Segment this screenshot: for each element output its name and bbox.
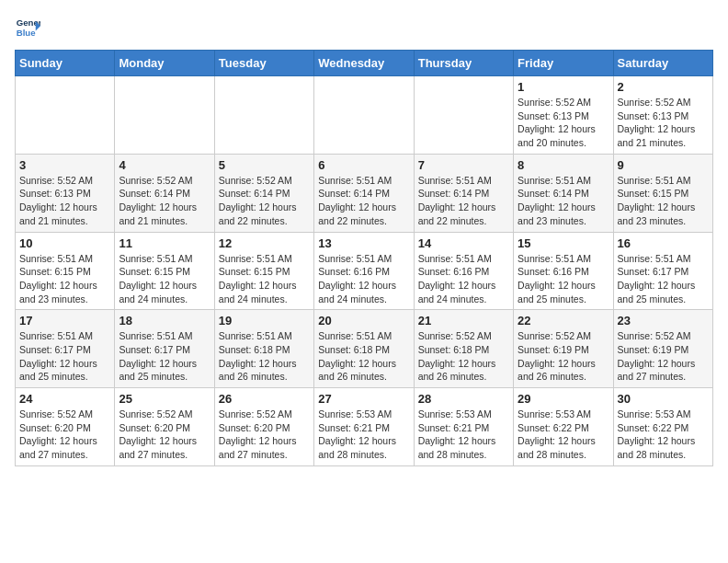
day-info: Sunrise: 5:51 AMSunset: 6:18 PMDaylight:… xyxy=(318,329,409,384)
day-number: 3 xyxy=(19,158,110,172)
calendar-cell: 4Sunrise: 5:52 AMSunset: 6:14 PMDaylight… xyxy=(115,154,214,232)
calendar-cell: 20Sunrise: 5:51 AMSunset: 6:18 PMDayligh… xyxy=(314,310,414,388)
calendar-week-4: 17Sunrise: 5:51 AMSunset: 6:17 PMDayligh… xyxy=(16,310,713,388)
calendar-cell: 27Sunrise: 5:53 AMSunset: 6:21 PMDayligh… xyxy=(314,388,414,466)
day-number: 2 xyxy=(618,80,709,94)
day-info: Sunrise: 5:51 AMSunset: 6:15 PMDaylight:… xyxy=(19,252,110,306)
weekday-header-sunday: Sunday xyxy=(16,51,115,76)
weekday-header-friday: Friday xyxy=(514,51,613,76)
day-info: Sunrise: 5:52 AMSunset: 6:20 PMDaylight:… xyxy=(119,408,210,462)
calendar-cell: 24Sunrise: 5:52 AMSunset: 6:20 PMDayligh… xyxy=(16,388,115,466)
day-info: Sunrise: 5:51 AMSunset: 6:14 PMDaylight:… xyxy=(318,174,409,228)
day-number: 11 xyxy=(119,236,210,250)
day-info: Sunrise: 5:53 AMSunset: 6:21 PMDaylight:… xyxy=(318,408,409,462)
calendar-cell xyxy=(115,76,214,155)
day-number: 1 xyxy=(518,80,609,94)
calendar-cell xyxy=(214,76,313,155)
day-number: 25 xyxy=(119,392,210,406)
day-info: Sunrise: 5:51 AMSunset: 6:16 PMDaylight:… xyxy=(518,252,609,306)
day-number: 8 xyxy=(518,158,609,172)
day-number: 16 xyxy=(618,236,709,250)
day-number: 26 xyxy=(219,392,310,406)
day-info: Sunrise: 5:51 AMSunset: 6:17 PMDaylight:… xyxy=(119,329,210,384)
calendar-cell: 13Sunrise: 5:51 AMSunset: 6:16 PMDayligh… xyxy=(314,232,414,310)
calendar-cell: 8Sunrise: 5:51 AMSunset: 6:14 PMDaylight… xyxy=(514,154,613,232)
day-info: Sunrise: 5:52 AMSunset: 6:20 PMDaylight:… xyxy=(19,408,110,462)
calendar-cell: 19Sunrise: 5:51 AMSunset: 6:18 PMDayligh… xyxy=(214,310,313,388)
day-info: Sunrise: 5:52 AMSunset: 6:18 PMDaylight:… xyxy=(418,329,509,384)
calendar-cell: 11Sunrise: 5:51 AMSunset: 6:15 PMDayligh… xyxy=(115,232,214,310)
day-number: 9 xyxy=(618,158,709,172)
calendar-cell: 18Sunrise: 5:51 AMSunset: 6:17 PMDayligh… xyxy=(115,310,214,388)
day-info: Sunrise: 5:51 AMSunset: 6:16 PMDaylight:… xyxy=(318,252,409,306)
calendar-cell: 9Sunrise: 5:51 AMSunset: 6:15 PMDaylight… xyxy=(613,154,712,232)
day-info: Sunrise: 5:51 AMSunset: 6:17 PMDaylight:… xyxy=(618,252,709,306)
logo-icon: General Blue xyxy=(15,15,40,40)
calendar-cell: 14Sunrise: 5:51 AMSunset: 6:16 PMDayligh… xyxy=(414,232,513,310)
day-info: Sunrise: 5:51 AMSunset: 6:15 PMDaylight:… xyxy=(219,252,310,306)
day-info: Sunrise: 5:53 AMSunset: 6:22 PMDaylight:… xyxy=(618,408,709,462)
header: General Blue xyxy=(15,15,713,40)
calendar-cell: 29Sunrise: 5:53 AMSunset: 6:22 PMDayligh… xyxy=(514,388,613,466)
calendar-cell: 26Sunrise: 5:52 AMSunset: 6:20 PMDayligh… xyxy=(214,388,313,466)
svg-text:Blue: Blue xyxy=(17,28,36,38)
calendar-cell: 28Sunrise: 5:53 AMSunset: 6:21 PMDayligh… xyxy=(414,388,513,466)
calendar-cell: 5Sunrise: 5:52 AMSunset: 6:14 PMDaylight… xyxy=(214,154,313,232)
day-info: Sunrise: 5:51 AMSunset: 6:14 PMDaylight:… xyxy=(518,174,609,228)
calendar-cell: 23Sunrise: 5:52 AMSunset: 6:19 PMDayligh… xyxy=(613,310,712,388)
day-number: 14 xyxy=(418,236,509,250)
day-info: Sunrise: 5:52 AMSunset: 6:13 PMDaylight:… xyxy=(618,96,709,150)
day-number: 5 xyxy=(219,158,310,172)
day-number: 18 xyxy=(119,314,210,327)
day-number: 13 xyxy=(318,236,409,250)
day-number: 19 xyxy=(219,314,310,327)
calendar-cell: 12Sunrise: 5:51 AMSunset: 6:15 PMDayligh… xyxy=(214,232,313,310)
day-number: 28 xyxy=(418,392,509,406)
weekday-header-row: SundayMondayTuesdayWednesdayThursdayFrid… xyxy=(16,51,713,76)
day-number: 24 xyxy=(19,392,110,406)
weekday-header-tuesday: Tuesday xyxy=(214,51,313,76)
day-number: 12 xyxy=(219,236,310,250)
calendar-cell: 16Sunrise: 5:51 AMSunset: 6:17 PMDayligh… xyxy=(613,232,712,310)
day-info: Sunrise: 5:52 AMSunset: 6:20 PMDaylight:… xyxy=(219,408,310,462)
calendar-cell: 10Sunrise: 5:51 AMSunset: 6:15 PMDayligh… xyxy=(16,232,115,310)
calendar-cell: 1Sunrise: 5:52 AMSunset: 6:13 PMDaylight… xyxy=(514,76,613,155)
calendar-cell: 15Sunrise: 5:51 AMSunset: 6:16 PMDayligh… xyxy=(514,232,613,310)
calendar-cell: 22Sunrise: 5:52 AMSunset: 6:19 PMDayligh… xyxy=(514,310,613,388)
weekday-header-thursday: Thursday xyxy=(414,51,513,76)
day-info: Sunrise: 5:52 AMSunset: 6:19 PMDaylight:… xyxy=(518,329,609,384)
calendar-cell: 25Sunrise: 5:52 AMSunset: 6:20 PMDayligh… xyxy=(115,388,214,466)
day-info: Sunrise: 5:51 AMSunset: 6:16 PMDaylight:… xyxy=(418,252,509,306)
calendar-cell: 17Sunrise: 5:51 AMSunset: 6:17 PMDayligh… xyxy=(16,310,115,388)
day-info: Sunrise: 5:52 AMSunset: 6:19 PMDaylight:… xyxy=(618,329,709,384)
logo: General Blue xyxy=(15,15,44,40)
calendar-week-1: 1Sunrise: 5:52 AMSunset: 6:13 PMDaylight… xyxy=(16,76,713,155)
day-info: Sunrise: 5:51 AMSunset: 6:15 PMDaylight:… xyxy=(618,174,709,228)
calendar-cell: 3Sunrise: 5:52 AMSunset: 6:13 PMDaylight… xyxy=(16,154,115,232)
day-number: 29 xyxy=(518,392,609,406)
calendar-cell xyxy=(16,76,115,155)
day-info: Sunrise: 5:51 AMSunset: 6:17 PMDaylight:… xyxy=(19,329,110,384)
day-number: 4 xyxy=(119,158,210,172)
day-number: 23 xyxy=(618,314,709,327)
day-info: Sunrise: 5:53 AMSunset: 6:21 PMDaylight:… xyxy=(418,408,509,462)
day-info: Sunrise: 5:53 AMSunset: 6:22 PMDaylight:… xyxy=(518,408,609,462)
calendar-week-3: 10Sunrise: 5:51 AMSunset: 6:15 PMDayligh… xyxy=(16,232,713,310)
day-number: 27 xyxy=(318,392,409,406)
weekday-header-wednesday: Wednesday xyxy=(314,51,414,76)
day-info: Sunrise: 5:51 AMSunset: 6:15 PMDaylight:… xyxy=(119,252,210,306)
calendar-week-5: 24Sunrise: 5:52 AMSunset: 6:20 PMDayligh… xyxy=(16,388,713,466)
calendar-cell: 2Sunrise: 5:52 AMSunset: 6:13 PMDaylight… xyxy=(613,76,712,155)
weekday-header-monday: Monday xyxy=(115,51,214,76)
day-number: 20 xyxy=(318,314,409,327)
day-number: 7 xyxy=(418,158,509,172)
day-number: 21 xyxy=(418,314,509,327)
calendar-cell: 21Sunrise: 5:52 AMSunset: 6:18 PMDayligh… xyxy=(414,310,513,388)
day-number: 15 xyxy=(518,236,609,250)
day-number: 22 xyxy=(518,314,609,327)
day-number: 30 xyxy=(618,392,709,406)
day-info: Sunrise: 5:52 AMSunset: 6:13 PMDaylight:… xyxy=(19,174,110,228)
calendar-cell: 6Sunrise: 5:51 AMSunset: 6:14 PMDaylight… xyxy=(314,154,414,232)
day-number: 6 xyxy=(318,158,409,172)
day-number: 17 xyxy=(19,314,110,327)
